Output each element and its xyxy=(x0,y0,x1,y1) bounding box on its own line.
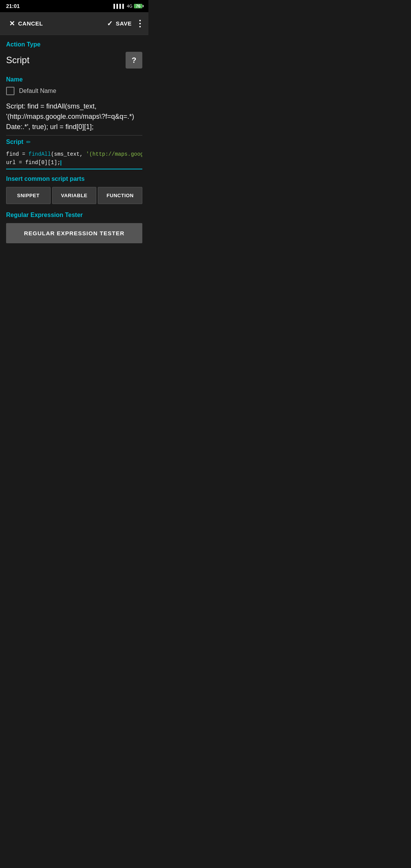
save-label: SAVE xyxy=(116,20,132,27)
cancel-button[interactable]: ✕ CANCEL xyxy=(5,16,48,31)
insert-section: Insert common script parts SNIPPET VARIA… xyxy=(6,176,142,204)
function-button[interactable]: FUNCTION xyxy=(98,187,142,204)
code-function-1: findAll xyxy=(29,151,51,157)
status-bar: 21:01 ▌▌▌▌ 4G 76 xyxy=(0,0,148,12)
code-line-1: find = findAll(sms_text, '(http://maps.g… xyxy=(6,150,142,158)
script-description: Script: find = findAll(sms_text, '(http:… xyxy=(6,101,142,136)
cancel-label: CANCEL xyxy=(18,20,43,27)
status-icons: ▌▌▌▌ 4G 76 xyxy=(113,4,142,8)
save-icon: ✓ xyxy=(107,19,113,28)
insert-button-row: SNIPPET VARIABLE FUNCTION xyxy=(6,187,142,204)
code-line-2: url = find[0][1]; xyxy=(6,158,142,167)
code-editor[interactable]: find = findAll(sms_text, '(http://maps.g… xyxy=(6,150,142,169)
code-string-1: '(http://maps.google.co xyxy=(86,151,142,157)
default-name-label: Default Name xyxy=(19,88,56,94)
three-dots-icon xyxy=(139,20,141,27)
snippet-button[interactable]: SNIPPET xyxy=(6,187,51,204)
signal-icon: ▌▌▌▌ xyxy=(113,4,125,8)
code-normal-3: url = find[0][1]; xyxy=(6,160,61,166)
action-type-section: Action Type Script ? xyxy=(6,41,142,69)
action-type-label: Action Type xyxy=(6,41,142,48)
status-time: 21:01 xyxy=(6,3,20,9)
regex-section: Regular Expression Tester REGULAR EXPRES… xyxy=(6,212,142,243)
action-type-value: Script xyxy=(6,55,29,65)
default-name-checkbox[interactable] xyxy=(6,87,14,95)
name-section-label: Name xyxy=(6,76,142,83)
insert-label: Insert common script parts xyxy=(6,176,142,182)
code-normal-1: find = xyxy=(6,151,29,157)
script-section-title: Script ✏ xyxy=(6,139,142,145)
edit-pencil-icon[interactable]: ✏ xyxy=(26,139,31,145)
toolbar: ✕ CANCEL ✓ SAVE xyxy=(0,12,148,35)
save-button[interactable]: ✓ SAVE xyxy=(102,16,136,31)
action-type-row: Script ? xyxy=(6,52,142,69)
regex-section-label: Regular Expression Tester xyxy=(6,212,142,219)
cancel-icon: ✕ xyxy=(9,19,15,28)
default-name-row: Default Name xyxy=(6,87,142,95)
more-options-button[interactable] xyxy=(136,17,144,30)
code-normal-2: (sms_text, xyxy=(51,151,86,157)
regex-tester-button[interactable]: REGULAR EXPRESSION TESTER xyxy=(6,223,142,243)
network-type: 4G xyxy=(127,4,132,8)
script-editor-section: Script ✏ find = findAll(sms_text, '(http… xyxy=(6,139,142,169)
name-section: Name Default Name xyxy=(6,76,142,95)
variable-button[interactable]: VARIABLE xyxy=(52,187,97,204)
battery-icon: 76 xyxy=(134,4,142,8)
help-button[interactable]: ? xyxy=(126,52,142,69)
main-content: Action Type Script ? Name Default Name S… xyxy=(0,35,148,255)
script-section-label: Script xyxy=(6,139,23,145)
cursor xyxy=(61,160,61,166)
